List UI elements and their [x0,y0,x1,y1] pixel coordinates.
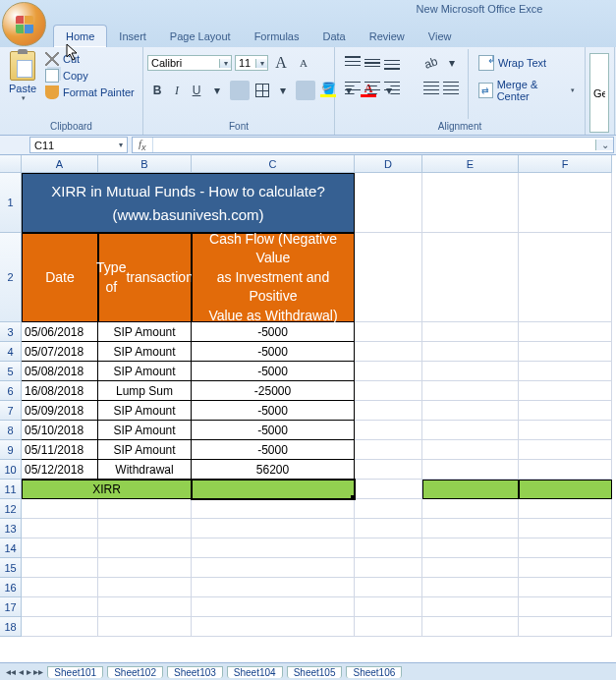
header-cashflow[interactable]: Cash Flow (Negative Valueas Investment a… [192,233,355,322]
selected-cell[interactable] [192,480,355,499]
tab-home[interactable]: Home [53,25,107,47]
fx-icon[interactable]: fx [133,138,153,152]
align-left-button[interactable] [343,79,363,98]
tab-insert[interactable]: Insert [107,26,158,47]
format-painter-button[interactable]: Format Painter [41,85,139,100]
row-header[interactable]: 12 [0,499,22,519]
row-header[interactable]: 7 [0,401,22,421]
col-header[interactable]: C [192,155,355,173]
col-header[interactable]: E [422,155,519,173]
row-header[interactable]: 11 [0,480,22,499]
sheet-tab[interactable]: Sheet102 [107,666,163,678]
tab-formulas[interactable]: Formulas [243,26,311,47]
row-header[interactable]: 3 [0,322,22,342]
row-header[interactable]: 13 [0,519,22,538]
cell-cashflow[interactable]: -5000 [192,362,355,381]
tab-data[interactable]: Data [310,26,357,47]
row-header[interactable]: 2 [0,233,22,322]
font-name-combo[interactable]: ▾ [147,55,232,71]
cell-type[interactable]: SIP Amount [98,322,192,342]
cell-date[interactable]: 05/09/2018 [22,401,98,421]
row-header[interactable]: 6 [0,381,22,401]
tab-view[interactable]: View [417,26,464,47]
grow-font-button[interactable]: A [271,53,291,73]
expand-formula-bar-button[interactable]: ⌄ [595,140,613,150]
formula-bar[interactable]: fx ⌄ [132,137,614,153]
cell-date[interactable]: 16/08/2018 [22,381,98,401]
chevron-down-icon[interactable]: ▾ [255,59,267,68]
cell-cashflow[interactable]: -25000 [192,381,355,401]
italic-button[interactable]: I [167,81,187,100]
name-box[interactable]: C11▾ [29,137,128,153]
sheet-tab[interactable]: Sheet104 [227,666,283,678]
row-header[interactable]: 10 [0,460,22,480]
xirr-label-cell[interactable]: XIRR [22,480,192,499]
header-type[interactable]: Type oftransaction [98,233,192,322]
row-header[interactable]: 4 [0,342,22,362]
sheet-tab[interactable]: Sheet105 [287,666,343,678]
bold-button[interactable]: B [147,81,167,100]
cell-date[interactable]: 05/11/2018 [22,440,98,460]
sheet-tab[interactable]: Sheet103 [167,666,223,678]
orientation-button[interactable]: ab [421,53,441,73]
row-header[interactable]: 8 [0,421,22,440]
col-header[interactable]: F [519,155,612,173]
paste-button[interactable]: Paste ▾ [4,49,41,119]
cell-type[interactable]: Lump Sum [98,381,192,401]
cell-type[interactable]: SIP Amount [98,421,192,440]
tab-review[interactable]: Review [358,26,417,47]
cell-cashflow[interactable]: 56200 [192,460,355,480]
cell-type[interactable]: SIP Amount [98,342,192,362]
chevron-down-icon[interactable]: ▾ [119,141,123,149]
row-header[interactable]: 1 [0,173,22,233]
align-bottom-button[interactable] [382,53,402,73]
row-header[interactable]: 18 [0,617,22,637]
table-title[interactable]: XIRR in Mutual Funds - How to calculate?… [22,173,355,233]
select-all-corner[interactable] [0,155,22,173]
number-format-combo[interactable] [589,53,609,133]
row-header[interactable]: 5 [0,362,22,381]
sheet-tab[interactable]: Sheet101 [47,666,103,678]
tab-page-layout[interactable]: Page Layout [158,26,243,47]
borders-button[interactable] [252,81,272,100]
cell-type[interactable]: Withdrawal [98,460,192,480]
wrap-text-button[interactable]: Wrap Text [475,53,579,73]
merge-center-button[interactable]: ⇄Merge & Center▾ [475,77,579,104]
row-header[interactable]: 16 [0,578,22,597]
cell-cashflow[interactable]: -5000 [192,421,355,440]
sheet-tab[interactable]: Sheet106 [346,666,402,678]
shrink-font-button[interactable]: A [294,53,313,73]
worksheet-grid[interactable]: 1 2 3 4 5 6 7 8 9 10 11 12 13 14 15 16 1… [0,155,616,662]
cell-date[interactable]: 05/06/2018 [22,322,98,342]
cell-date[interactable]: 05/12/2018 [22,460,98,480]
underline-button[interactable]: U [187,81,206,100]
row-header[interactable]: 14 [0,538,22,558]
align-middle-button[interactable] [363,53,382,73]
cell-date[interactable]: 05/08/2018 [22,362,98,381]
align-top-button[interactable] [343,53,363,73]
cell-cashflow[interactable]: -5000 [192,322,355,342]
chevron-down-icon[interactable]: ▾ [219,59,231,68]
increase-indent-button[interactable] [441,79,461,98]
decrease-indent-button[interactable] [421,79,441,98]
cell-date[interactable]: 05/10/2018 [22,421,98,440]
cell-cashflow[interactable]: -5000 [192,440,355,460]
col-header[interactable]: A [22,155,98,173]
cut-button[interactable]: Cut [41,51,139,67]
sheet-nav-buttons[interactable]: ◂◂ ◂ ▸ ▸▸ [6,666,43,677]
row-header[interactable]: 15 [0,558,22,578]
cell-date[interactable]: 05/07/2018 [22,342,98,362]
office-button[interactable] [2,2,46,46]
font-size-combo[interactable]: ▾ [235,55,268,71]
align-right-button[interactable] [382,79,402,98]
cell-type[interactable]: SIP Amount [98,401,192,421]
cell-cashflow[interactable]: -5000 [192,401,355,421]
row-header[interactable]: 9 [0,440,22,460]
cell-type[interactable]: SIP Amount [98,362,192,381]
header-date[interactable]: Date [22,233,98,322]
col-header[interactable]: B [98,155,192,173]
cell-type[interactable]: SIP Amount [98,440,192,460]
col-header[interactable]: D [355,155,422,173]
copy-button[interactable]: Copy [41,68,139,84]
cell-cashflow[interactable]: -5000 [192,342,355,362]
